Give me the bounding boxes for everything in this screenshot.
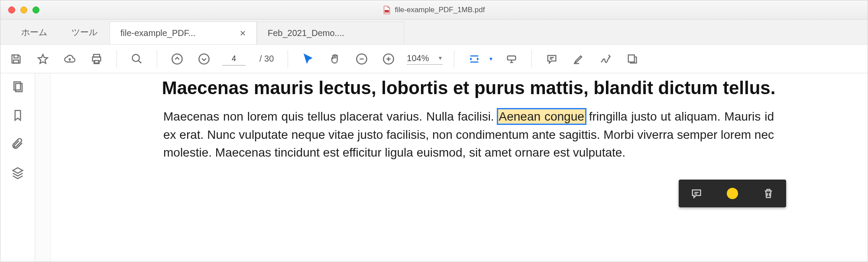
window-title-text: file-example_PDF_1MB.pdf xyxy=(395,6,485,14)
svg-rect-1 xyxy=(13,60,19,63)
document-tab-label: file-example_PDF... xyxy=(120,28,195,38)
fit-width-icon[interactable] xyxy=(466,50,483,68)
page-up-icon[interactable] xyxy=(168,50,186,68)
svg-point-5 xyxy=(140,62,142,63)
main-toolbar: / 30 104% ▼ ▼ xyxy=(0,45,868,73)
more-tools-icon[interactable] xyxy=(624,50,641,68)
toolbar-separator xyxy=(157,50,157,68)
cloud-upload-icon[interactable] xyxy=(61,50,78,68)
zoom-selector[interactable]: 104% ▼ xyxy=(407,53,443,65)
document-tab-label: Feb_2021_Demo.... xyxy=(268,28,344,38)
paragraph-text-before: Maecenas non lorem quis tellus placerat … xyxy=(163,110,498,123)
page-number-input[interactable] xyxy=(222,52,246,66)
page-total-label: / 30 xyxy=(255,54,276,64)
layers-panel-icon[interactable] xyxy=(10,165,25,180)
svg-point-4 xyxy=(133,54,139,61)
svg-rect-0 xyxy=(385,10,389,13)
delete-annotation-icon[interactable] xyxy=(761,186,776,201)
chevron-down-icon[interactable]: ▼ xyxy=(488,56,493,62)
zoom-out-icon[interactable] xyxy=(353,50,370,68)
svg-rect-3 xyxy=(94,60,98,63)
page-heading: Maecenas mauris lectus, lobortis et puru… xyxy=(137,73,800,104)
svg-point-7 xyxy=(199,54,209,64)
annotation-popup xyxy=(679,180,786,207)
window-maximize-button[interactable] xyxy=(32,7,39,13)
tab-bar: ホーム ツール file-example_PDF... ✕ Feb_2021_D… xyxy=(0,20,868,45)
read-mode-icon[interactable] xyxy=(503,50,520,68)
highlighted-selection[interactable]: Aenean congue xyxy=(498,109,585,124)
print-icon[interactable] xyxy=(88,50,105,68)
document-page: Maecenas mauris lectus, lobortis et puru… xyxy=(137,73,800,162)
window-titlebar: file-example_PDF_1MB.pdf xyxy=(0,0,868,20)
svg-rect-11 xyxy=(628,55,635,62)
toolbar-separator xyxy=(288,50,288,68)
page-paragraph: Maecenas non lorem quis tellus placerat … xyxy=(137,104,800,161)
hand-tool-icon[interactable] xyxy=(326,50,343,68)
star-icon[interactable] xyxy=(34,50,52,68)
search-icon[interactable] xyxy=(128,50,146,68)
zoom-value: 104% xyxy=(407,53,429,63)
selection-tool-icon[interactable] xyxy=(299,50,317,68)
document-tab[interactable]: Feb_2021_Demo.... xyxy=(257,22,404,44)
signature-icon[interactable] xyxy=(597,50,614,68)
zoom-in-icon[interactable] xyxy=(380,50,397,68)
tab-tools[interactable]: ツール xyxy=(59,20,110,44)
left-sidebar xyxy=(0,73,35,262)
window-minimize-button[interactable] xyxy=(20,7,27,13)
svg-point-6 xyxy=(172,54,182,64)
bookmark-panel-icon[interactable] xyxy=(10,108,25,123)
document-tab-active[interactable]: file-example_PDF... ✕ xyxy=(110,22,257,44)
save-icon[interactable] xyxy=(7,50,25,68)
thumbnail-gutter xyxy=(35,73,51,262)
toolbar-separator xyxy=(531,50,532,68)
thumbnails-panel-icon[interactable] xyxy=(10,79,25,94)
pdf-file-icon xyxy=(383,6,391,14)
toolbar-separator xyxy=(454,50,454,68)
highlight-color-swatch[interactable] xyxy=(725,186,740,201)
document-viewport[interactable]: Maecenas mauris lectus, lobortis et puru… xyxy=(51,73,868,262)
toolbar-separator xyxy=(117,50,117,68)
window-title: file-example_PDF_1MB.pdf xyxy=(383,6,485,14)
content-area: Maecenas mauris lectus, lobortis et puru… xyxy=(0,73,868,262)
tab-home[interactable]: ホーム xyxy=(9,20,59,44)
chevron-down-icon: ▼ xyxy=(432,55,443,61)
comment-icon[interactable] xyxy=(543,50,560,68)
page-down-icon[interactable] xyxy=(195,50,213,68)
add-note-icon[interactable] xyxy=(689,186,704,201)
close-tab-icon[interactable]: ✕ xyxy=(232,29,246,38)
highlight-pen-icon[interactable] xyxy=(570,50,587,68)
window-controls xyxy=(0,7,39,13)
svg-rect-10 xyxy=(508,56,516,60)
attachments-panel-icon[interactable] xyxy=(10,137,25,151)
window-close-button[interactable] xyxy=(8,7,15,13)
